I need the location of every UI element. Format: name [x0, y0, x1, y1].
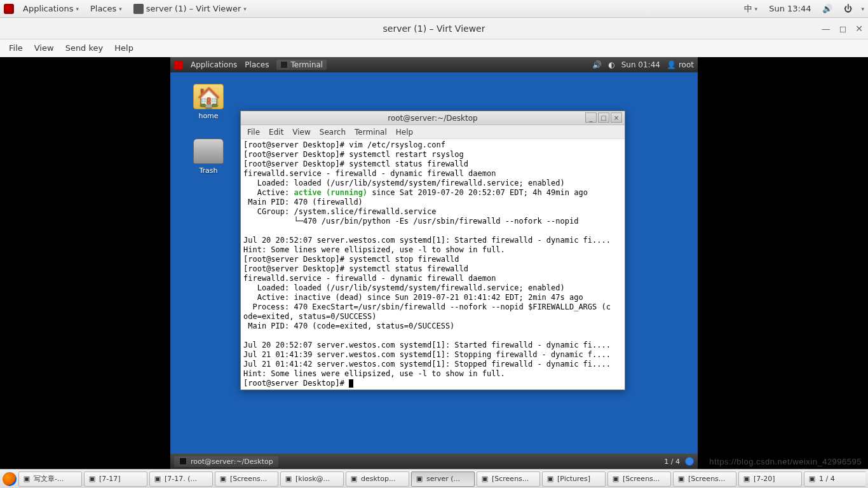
term-menu-file[interactable]: File — [247, 128, 260, 137]
window-title-label: server (1) – Virt Viewer — [146, 4, 241, 13]
taskbar-item[interactable]: ▣[7-17. (... — [149, 471, 213, 487]
guest-accessibility-icon[interactable]: ◐ — [608, 60, 614, 69]
terminal-icon — [280, 61, 288, 69]
term-menu-help[interactable]: Help — [396, 128, 413, 137]
firefox-icon[interactable] — [3, 472, 17, 486]
applications-menu[interactable]: Applications ▾ — [20, 3, 81, 15]
term-maximize-button[interactable]: □ — [598, 112, 609, 123]
home-folder-icon[interactable]: 🏠 home — [188, 84, 229, 120]
guest-applications-menu[interactable]: Applications — [191, 60, 237, 69]
app-icon: ▣ — [153, 475, 162, 484]
taskbar-item-label: desktop... — [361, 475, 395, 483]
terminal-titlebar[interactable]: root@server:~/Desktop _ □ × — [241, 111, 625, 125]
taskbar-item[interactable]: ▣[Screens... — [607, 471, 671, 487]
app-icon: ▣ — [546, 475, 555, 484]
app-icon: ▣ — [88, 475, 97, 484]
places-label: Places — [90, 4, 116, 13]
guest-active-window-button[interactable]: Terminal — [276, 60, 327, 70]
taskbar-item[interactable]: ▣desktop... — [346, 471, 409, 487]
guest-active-window-label: Terminal — [290, 60, 323, 69]
guest-bottom-panel: root@server:~/Desktop 1 / 4 — [170, 454, 698, 469]
applications-label: Applications — [23, 4, 73, 13]
guest-desktop[interactable]: Applications Places Terminal 🔊 ◐ Sun 01:… — [170, 57, 698, 469]
taskbar-item-label: [Screens... — [230, 475, 267, 483]
redhat-logo-icon — [174, 60, 183, 69]
folder-icon: 🏠 — [193, 84, 224, 109]
guest-taskbar-item[interactable]: root@server:~/Desktop — [174, 456, 278, 467]
menu-file[interactable]: File — [9, 43, 23, 53]
maximize-button[interactable]: ◻ — [839, 24, 847, 34]
taskbar-item-label: [7-17] — [99, 475, 121, 483]
app-icon: ▣ — [415, 475, 424, 484]
app-icon: ▣ — [219, 475, 227, 484]
trash-label: Trash — [188, 166, 229, 175]
ime-indicator[interactable]: 中 ▾ — [742, 2, 761, 16]
taskbar-item-label: [7-20] — [754, 475, 775, 483]
term-minimize-button[interactable]: _ — [585, 112, 597, 123]
chevron-down-icon: ▾ — [76, 6, 79, 12]
virt-viewer-icon — [133, 4, 144, 14]
workspace-indicator[interactable]: 1 / 4 — [664, 458, 680, 466]
app-icon: ▣ — [742, 475, 751, 484]
app-icon: ▣ — [349, 475, 358, 484]
minimize-button[interactable]: — — [822, 24, 831, 34]
taskbar-item[interactable]: ▣[Screens... — [477, 471, 540, 487]
term-menu-edit[interactable]: Edit — [269, 128, 283, 137]
menu-view[interactable]: View — [34, 43, 54, 53]
taskbar-item[interactable]: ▣[Screens... — [673, 471, 736, 487]
taskbar-item[interactable]: ▣[Screens... — [215, 471, 278, 487]
term-menu-search[interactable]: Search — [320, 128, 346, 137]
guest-desktop-area[interactable]: 🏠 home Trash root@server:~/Desktop _ □ × — [170, 72, 698, 454]
taskbar-item[interactable]: ▣[7-20] — [738, 471, 802, 487]
taskbar-item[interactable]: ▣[kiosk@... — [280, 471, 344, 487]
terminal-window[interactable]: root@server:~/Desktop _ □ × File Edit Vi… — [240, 111, 625, 390]
taskbar-item[interactable]: ▣[7-17] — [84, 471, 147, 487]
taskbar-item[interactable]: ▣写文章-... — [18, 471, 82, 487]
term-active-status: active (running) — [294, 188, 367, 197]
taskbar-item-label: 写文章-... — [34, 474, 64, 484]
outer-top-panel: Applications ▾ Places ▾ server (1) – Vir… — [0, 0, 868, 18]
app-icon: ▣ — [284, 475, 293, 484]
window-title-menu[interactable]: server (1) – Virt Viewer ▾ — [131, 3, 249, 15]
places-menu[interactable]: Places ▾ — [88, 3, 125, 15]
user-icon: 👤 — [667, 60, 676, 69]
taskbar-item[interactable]: ▣server (... — [411, 471, 475, 487]
outer-bottom-panel: ▣写文章-...▣[7-17]▣[7-17. (...▣[Screens...▣… — [0, 469, 868, 488]
clock[interactable]: Sun 13:44 — [766, 3, 813, 15]
trashcan-icon — [193, 139, 224, 164]
distro-logo-icon — [4, 4, 14, 14]
chevron-down-icon: ▾ — [243, 6, 247, 12]
guest-volume-icon[interactable]: 🔊 — [592, 60, 602, 69]
volume-icon[interactable]: 🔊 — [820, 3, 835, 15]
guest-clock[interactable]: Sun 01:44 — [621, 60, 660, 69]
taskbar-item-label: [Screens... — [623, 475, 660, 483]
terminal-output[interactable]: [root@server Desktop]# vim /etc/rsyslog.… — [241, 139, 625, 390]
taskbar-item-label: [Pictures] — [557, 475, 590, 483]
ime-label: 中 — [744, 3, 752, 15]
taskbar-item[interactable]: ▣1 / 4 — [804, 471, 865, 487]
term-menu-view[interactable]: View — [292, 128, 310, 137]
taskbar-item-label: [kiosk@... — [295, 475, 330, 483]
vv-menubar: File View Send key Help — [0, 39, 868, 57]
term-text-after: since Sat 2019-07-20 20:52:07 EDT; 4h 49… — [243, 188, 611, 388]
app-icon: ▣ — [22, 475, 31, 484]
term-close-button[interactable]: × — [611, 112, 622, 123]
workspace-switcher-icon[interactable] — [685, 457, 694, 466]
taskbar-item[interactable]: ▣[Pictures] — [542, 471, 606, 487]
home-label: home — [188, 112, 229, 120]
guest-taskbar-label: root@server:~/Desktop — [191, 458, 273, 466]
term-menu-terminal[interactable]: Terminal — [355, 128, 387, 137]
menu-sendkey[interactable]: Send key — [65, 43, 104, 53]
taskbar-item-label: [Screens... — [688, 475, 725, 483]
trash-icon[interactable]: Trash — [188, 139, 229, 175]
chevron-down-icon: ▾ — [755, 6, 758, 12]
app-icon: ▣ — [480, 475, 489, 484]
app-icon: ▣ — [808, 475, 817, 484]
cursor-icon — [349, 379, 353, 388]
menu-help[interactable]: Help — [114, 43, 133, 53]
guest-user-menu[interactable]: 👤 root — [667, 60, 694, 69]
guest-places-menu[interactable]: Places — [245, 60, 269, 69]
power-icon[interactable]: ⏻ — [841, 3, 855, 15]
taskbar-item-label: 1 / 4 — [819, 475, 835, 483]
close-button[interactable]: ✕ — [855, 24, 863, 34]
